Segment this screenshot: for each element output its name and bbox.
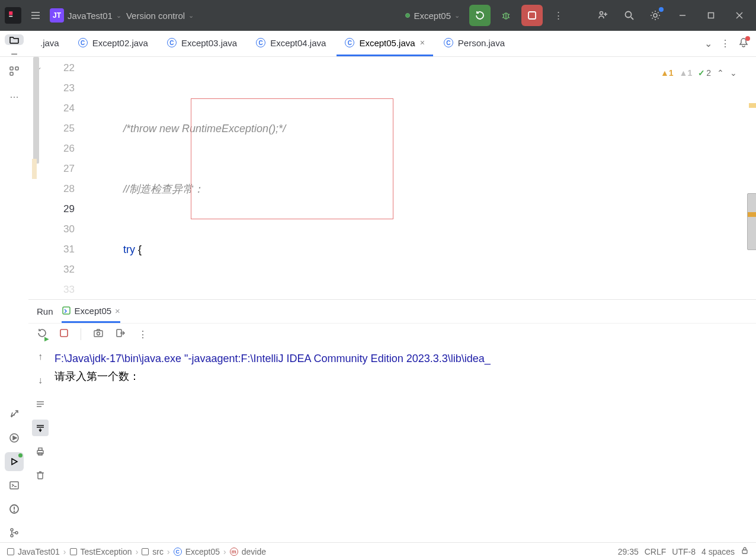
tabs-more-icon[interactable]: ⋮ bbox=[720, 38, 730, 49]
indent-setting[interactable]: 4 spaces bbox=[701, 547, 735, 556]
tabs-dropdown-icon[interactable]: ⌄ bbox=[704, 38, 712, 49]
svg-line-16 bbox=[631, 17, 633, 20]
code-content[interactable]: /*throw new RuntimeException();*/ //制造检查… bbox=[83, 57, 748, 299]
svg-line-10 bbox=[508, 17, 510, 18]
inspection-widget[interactable]: ▲1 ▲1 ✓2 ⌃ ⌄ bbox=[661, 63, 737, 83]
class-icon: C bbox=[256, 38, 265, 47]
svg-rect-11 bbox=[528, 12, 536, 19]
svg-rect-19 bbox=[709, 13, 714, 18]
class-icon: C bbox=[174, 548, 182, 556]
class-icon: C bbox=[78, 38, 88, 47]
build-tool-icon[interactable] bbox=[5, 405, 24, 424]
tab-except04[interactable]: CExcept04.java bbox=[248, 31, 334, 56]
settings-icon[interactable] bbox=[645, 5, 666, 26]
vcs-tool-icon[interactable] bbox=[5, 523, 24, 542]
soft-wrap-icon[interactable] bbox=[32, 396, 49, 412]
project-name: JavaTest01 bbox=[68, 11, 113, 21]
editor-area: ⌄ 22 23 24 25 26 27 28 29 30 31 32 33 bbox=[28, 57, 756, 542]
stop-icon[interactable] bbox=[59, 328, 69, 340]
stop-button[interactable] bbox=[521, 5, 543, 26]
debug-button[interactable] bbox=[495, 5, 517, 26]
run-config-name: Except05 bbox=[414, 11, 451, 21]
svg-rect-49 bbox=[39, 448, 42, 450]
svg-point-15 bbox=[626, 12, 632, 18]
vcs-label: Version control bbox=[126, 11, 185, 21]
run-config-selector[interactable]: Except05 ⌄ bbox=[401, 8, 465, 23]
project-badge: JT bbox=[50, 8, 64, 23]
method-icon: m bbox=[230, 548, 238, 556]
svg-point-17 bbox=[654, 14, 657, 17]
cursor-position[interactable]: 29:35 bbox=[618, 547, 639, 556]
close-icon[interactable]: × bbox=[115, 306, 120, 316]
tab-except05[interactable]: CExcept05.java× bbox=[337, 31, 433, 56]
folder-icon bbox=[142, 548, 149, 555]
readonly-icon[interactable] bbox=[741, 546, 749, 556]
tab-java[interactable]: .java bbox=[32, 31, 68, 56]
left-sidebar: … bbox=[0, 57, 28, 542]
breadcrumb[interactable]: JavaTest01› TestException› src› CExcept0… bbox=[7, 547, 266, 556]
rerun-icon[interactable]: ▶ bbox=[37, 328, 47, 341]
editor-tabs: .java CExcept02.java CExcept03.java CExc… bbox=[28, 31, 697, 56]
close-icon[interactable]: × bbox=[420, 38, 425, 47]
svg-line-9 bbox=[502, 17, 504, 18]
rerun-button[interactable] bbox=[469, 5, 491, 26]
svg-marker-27 bbox=[12, 459, 17, 465]
line-separator[interactable]: CRLF bbox=[645, 547, 667, 556]
project-selector[interactable]: JT JavaTest01 ⌄ bbox=[50, 8, 121, 23]
prev-highlight-icon[interactable]: ⌃ bbox=[717, 63, 724, 83]
tab-except03[interactable]: CExcept03.java bbox=[159, 31, 245, 56]
main-area: … ⌄ 22 23 24 25 26 27 28 29 30 31 bbox=[0, 57, 756, 542]
minimize-button[interactable] bbox=[671, 4, 694, 27]
up-icon[interactable]: ↑ bbox=[32, 348, 49, 365]
more-actions-icon[interactable]: ⋮ bbox=[547, 5, 569, 26]
svg-point-34 bbox=[11, 535, 13, 537]
run-tab[interactable]: Except05 × bbox=[62, 300, 120, 323]
project-tool-button[interactable] bbox=[5, 34, 24, 45]
exit-icon[interactable] bbox=[116, 328, 126, 341]
scrollbar-thumb[interactable] bbox=[33, 57, 39, 164]
maximize-button[interactable] bbox=[699, 4, 723, 27]
problems-tool-icon[interactable] bbox=[5, 500, 24, 519]
console-line: 请录入第一个数： bbox=[55, 367, 754, 385]
svg-rect-38 bbox=[94, 331, 102, 337]
close-button[interactable] bbox=[728, 4, 751, 27]
chevron-down-icon: ⌄ bbox=[116, 12, 121, 20]
line-gutter: 22 23 24 25 26 27 28 29 30 31 32 33 bbox=[50, 57, 83, 299]
notifications-icon[interactable] bbox=[738, 37, 749, 50]
svg-point-35 bbox=[15, 532, 18, 534]
svg-rect-23 bbox=[15, 67, 18, 70]
file-encoding[interactable]: UTF-8 bbox=[672, 547, 696, 556]
run-dashboard-icon[interactable] bbox=[5, 452, 24, 471]
hamburger-icon[interactable] bbox=[26, 6, 45, 25]
code-editor[interactable]: ⌄ 22 23 24 25 26 27 28 29 30 31 32 33 bbox=[28, 57, 756, 299]
structure-tool-icon[interactable] bbox=[5, 62, 24, 81]
tab-except02[interactable]: CExcept02.java bbox=[70, 31, 156, 56]
vcs-selector[interactable]: Version control ⌄ bbox=[126, 11, 194, 21]
more-tool-icon[interactable]: … bbox=[5, 85, 24, 104]
scroll-to-end-icon[interactable] bbox=[32, 420, 49, 436]
down-icon[interactable]: ↓ bbox=[32, 372, 49, 389]
print-icon[interactable] bbox=[32, 443, 49, 460]
scrollbar-thumb[interactable] bbox=[747, 193, 756, 250]
class-icon: C bbox=[345, 38, 354, 47]
run-more-icon[interactable]: ⋮ bbox=[138, 329, 148, 340]
next-highlight-icon[interactable]: ⌄ bbox=[730, 63, 737, 83]
chevron-down-icon: ⌄ bbox=[454, 12, 460, 20]
svg-line-8 bbox=[508, 14, 510, 15]
svg-rect-0 bbox=[9, 11, 12, 15]
run-tabs: Run Except05 × bbox=[28, 300, 756, 324]
svg-point-39 bbox=[97, 332, 100, 335]
svg-marker-26 bbox=[13, 436, 17, 440]
screenshot-icon[interactable] bbox=[93, 328, 104, 341]
console-output[interactable]: F:\Java\jdk-17\bin\java.exe "-javaagent:… bbox=[52, 345, 756, 542]
run-tool-icon[interactable] bbox=[5, 428, 24, 447]
highlight-box bbox=[191, 98, 393, 219]
code-with-me-icon[interactable] bbox=[592, 5, 614, 26]
search-icon[interactable] bbox=[619, 5, 640, 26]
tab-person[interactable]: CPerson.java bbox=[435, 31, 513, 56]
console-cmd: F:\Java\jdk-17\bin\java.exe "-javaagent:… bbox=[55, 350, 754, 367]
run-panel: Run Except05 × ▶ ⋮ ↑ ↓ bbox=[28, 299, 756, 542]
terminal-tool-icon[interactable] bbox=[5, 476, 24, 495]
error-stripe[interactable] bbox=[748, 57, 756, 299]
clear-icon[interactable] bbox=[32, 467, 49, 484]
